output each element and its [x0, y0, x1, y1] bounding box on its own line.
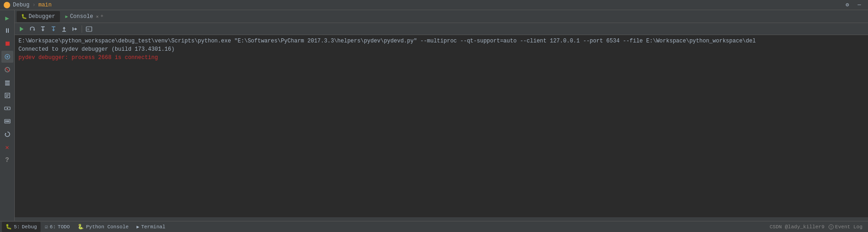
evaluate-expression-button[interactable]: =: [84, 24, 94, 34]
svg-rect-8: [6, 95, 9, 95]
debugger-tab-icon: 🐛: [21, 14, 27, 19]
debug-status-icon: 🐛: [6, 224, 12, 230]
todo-status-number: 6:: [50, 224, 56, 230]
debug-panel: 🐛 Debugger ▶ Console ✕ +: [15, 10, 868, 221]
terminal-label: Terminal: [141, 224, 166, 230]
status-bar: 🐛 5: Debug ☑ 6: TODO 🐍 Python Console ▶ …: [0, 221, 868, 232]
settings-icon[interactable]: ⚙: [842, 0, 852, 10]
step-out-button[interactable]: [59, 24, 69, 34]
pin-icon[interactable]: —: [854, 0, 864, 10]
svg-rect-9: [6, 96, 8, 97]
watches-button[interactable]: [1, 102, 13, 114]
svg-marker-17: [20, 27, 24, 31]
mute-breakpoints-button[interactable]: [1, 64, 13, 76]
event-log-label: Event Log: [835, 224, 862, 230]
svg-marker-25: [52, 30, 55, 31]
title-bar: Debug › main ⚙ —: [0, 0, 868, 10]
console-horizontal-scrollbar[interactable]: [15, 217, 868, 221]
svg-marker-20: [33, 30, 35, 31]
view-breakpoints-button[interactable]: [1, 51, 13, 63]
svg-marker-16: [5, 133, 6, 135]
status-tab-python-console[interactable]: 🐍 Python Console: [74, 222, 132, 232]
todo-status-label: TODO: [58, 224, 70, 230]
todo-status-icon: ☑: [45, 224, 48, 230]
show-execution-point-button[interactable]: [17, 24, 27, 34]
console-tab-add[interactable]: +: [101, 14, 103, 19]
status-tab-terminal[interactable]: ▶ Terminal: [133, 222, 169, 232]
title-bar-right: ⚙ —: [842, 0, 864, 10]
pause-button[interactable]: ⏸: [1, 25, 13, 37]
status-tab-debug[interactable]: 🐛 5: Debug: [2, 222, 41, 232]
svg-marker-31: [75, 28, 77, 30]
resume-button[interactable]: ▶: [1, 12, 13, 24]
svg-rect-13: [6, 120, 6, 122]
python-console-label: Python Console: [86, 224, 128, 230]
help-button[interactable]: ?: [1, 154, 13, 166]
console-tab-pin[interactable]: ✕: [96, 14, 99, 19]
svg-rect-7: [5, 93, 10, 98]
debug-toolbar: =: [15, 23, 868, 35]
svg-point-37: [831, 227, 832, 228]
left-sidebar: ▶ ⏸ ⏹ ✕ ?: [0, 10, 15, 221]
status-bar-right: CSDN @lady_killer9 Event Log: [770, 224, 866, 230]
console-tab-label: Console: [70, 13, 93, 20]
svg-rect-15: [8, 120, 9, 122]
status-bar-left: 🐛 5: Debug ☑ 6: TODO 🐍 Python Console ▶ …: [2, 222, 169, 232]
svg-text:=: =: [87, 27, 89, 31]
variables-button[interactable]: [1, 89, 13, 101]
debug-status-number: 5:: [14, 224, 20, 230]
csdn-label: CSDN @lady_killer9: [770, 224, 825, 230]
title-separator: ›: [32, 2, 36, 8]
restore-layout-button[interactable]: [1, 128, 13, 140]
tab-console[interactable]: ▶ Console ✕ +: [61, 11, 108, 22]
svg-marker-22: [42, 30, 44, 31]
terminal-icon: ▶: [137, 224, 139, 230]
memory-view-button[interactable]: [1, 115, 13, 127]
status-tab-todo[interactable]: ☑ 6: TODO: [41, 222, 73, 232]
run-to-cursor-button[interactable]: [70, 24, 80, 34]
svg-rect-5: [5, 83, 10, 83]
debug-icon: [4, 2, 10, 8]
svg-point-1: [6, 56, 8, 58]
svg-rect-6: [5, 84, 10, 85]
toolbar-separator: [82, 25, 82, 33]
svg-marker-28: [63, 27, 65, 29]
step-over-button[interactable]: [27, 24, 37, 34]
step-into-my-code-button[interactable]: [48, 24, 59, 34]
console-line-2: Connected to pydev debugger (build 173.4…: [18, 45, 864, 54]
frames-button[interactable]: [1, 77, 13, 89]
svg-rect-4: [5, 81, 10, 82]
step-into-button[interactable]: [38, 24, 48, 34]
event-log-button[interactable]: Event Log: [828, 224, 862, 230]
close-button[interactable]: ✕: [1, 141, 13, 153]
debugger-tab-label: Debugger: [29, 13, 55, 20]
tab-bar: 🐛 Debugger ▶ Console ✕ +: [15, 10, 868, 23]
svg-rect-14: [7, 120, 8, 122]
title-bar-left: Debug › main: [4, 2, 52, 8]
console-output[interactable]: E:\Workspace\python_workspace\debug_test…: [15, 35, 868, 217]
console-tab-icon: ▶: [65, 14, 68, 19]
stop-button[interactable]: ⏹: [1, 38, 13, 50]
console-line-3: pydev debugger: process 2668 is connecti…: [18, 54, 864, 62]
debug-label: Debug: [13, 2, 30, 8]
tab-debugger[interactable]: 🐛 Debugger: [17, 11, 60, 22]
console-line-1: E:\Workspace\python_workspace\debug_test…: [18, 37, 864, 45]
python-console-icon: 🐍: [77, 224, 84, 230]
main-layout: ▶ ⏸ ⏹ ✕ ? 🐛 Debugger: [0, 10, 868, 221]
config-label: main: [38, 2, 52, 8]
debug-status-label: Debug: [22, 224, 37, 230]
svg-line-3: [6, 68, 9, 71]
svg-point-11: [6, 108, 8, 109]
